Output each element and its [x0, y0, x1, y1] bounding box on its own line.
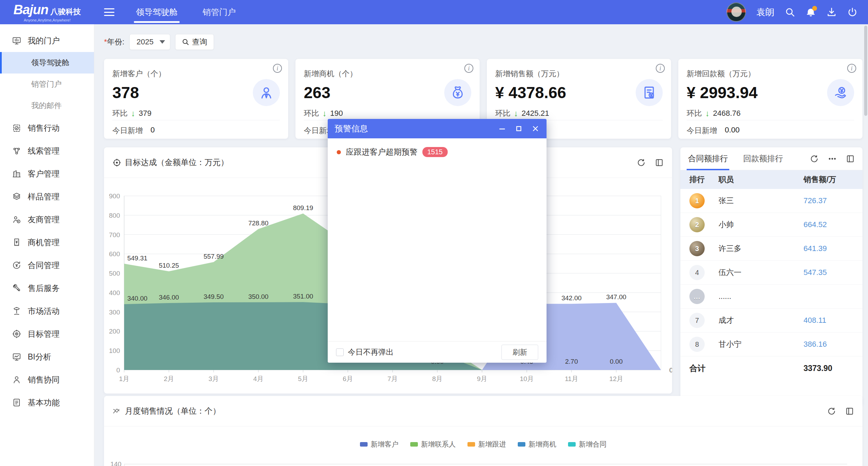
info-icon[interactable]: i	[464, 64, 473, 73]
panel-layout-icon[interactable]	[846, 154, 855, 163]
svg-text:557.99: 557.99	[204, 253, 224, 260]
refresh-icon[interactable]	[827, 407, 836, 416]
kpi-today: 今日新增0.00	[687, 126, 740, 136]
sidebar-item-partners[interactable]: 友商管理	[0, 208, 94, 231]
kpi-card-3: 新增回款额（万元）¥ 2993.94环比↓2468.76今日新增0.00i	[678, 59, 862, 139]
download-icon[interactable]	[826, 7, 837, 17]
sidebar-item-targets[interactable]: 目标管理	[0, 322, 94, 345]
alert-modal-title: 预警信息	[335, 123, 368, 134]
required-mark: *	[104, 37, 107, 46]
refresh-icon[interactable]	[637, 158, 646, 167]
sidebar-item-sales-action[interactable]: 销售行动	[0, 116, 94, 139]
user-name[interactable]: 袁朗	[756, 6, 774, 18]
kpi-card-0: 新增客户（个）378环比↓379今日新增0i	[104, 59, 288, 139]
sidebar-item-customers[interactable]: 客户管理	[0, 162, 94, 185]
leads-icon	[12, 146, 22, 156]
more-options-icon[interactable]	[828, 154, 837, 163]
marketing-icon	[12, 306, 22, 316]
monthly-chart-legend: 新增客户新增联系人新增跟进新增商机新增合同	[104, 440, 862, 449]
minimize-icon[interactable]	[498, 124, 506, 133]
rank-badge: 8	[689, 337, 705, 352]
svg-text:300: 300	[109, 309, 120, 316]
kpi-today: 今日新增0	[112, 126, 155, 136]
rank-badge: 4	[689, 265, 705, 280]
sidebar-item-basic[interactable]: 基本功能	[0, 391, 94, 414]
tab-contract-ranking[interactable]: 合同额排行	[688, 147, 728, 170]
search-icon[interactable]	[785, 7, 795, 17]
ranking-row[interactable]: .........	[680, 285, 862, 309]
collaboration-icon	[12, 375, 22, 385]
bell-icon[interactable]	[806, 7, 816, 17]
svg-text:100: 100	[109, 347, 120, 354]
info-icon[interactable]: i	[656, 64, 665, 73]
alert-count-badge: 1515	[422, 147, 448, 157]
info-icon[interactable]: i	[273, 64, 282, 73]
legend-item[interactable]: 新增客户	[360, 440, 398, 449]
power-icon[interactable]	[847, 7, 858, 17]
sidebar-item-contracts[interactable]: 合同管理	[0, 254, 94, 277]
svg-text:0: 0	[669, 366, 672, 374]
year-select[interactable]: 2025	[129, 34, 170, 50]
ranking-row[interactable]: 4伍六一547.35	[680, 261, 862, 285]
sales-value: 641.39	[803, 244, 862, 253]
ranking-row[interactable]: 1张三726.37	[680, 189, 862, 213]
sidebar-item-collaboration[interactable]: 销售协同	[0, 368, 94, 391]
svg-text:11月: 11月	[565, 375, 578, 382]
sidebar-item-opportunities[interactable]: 商机管理	[0, 231, 94, 254]
rank-badge: 7	[689, 313, 705, 328]
legend-item[interactable]: 新增合同	[568, 440, 607, 449]
alert-item[interactable]: 应跟进客户超期预警 1515	[337, 147, 538, 157]
tab-payment-ranking[interactable]: 回款额排行	[743, 147, 783, 170]
tab-sales-portal[interactable]: 销管门户	[190, 0, 248, 24]
sidebar-item-bi[interactable]: BI分析	[0, 345, 94, 368]
refresh-icon[interactable]	[810, 154, 819, 163]
rank-badge: 1	[689, 193, 705, 208]
tab-leader-cockpit[interactable]: 领导驾驶舱	[123, 0, 190, 24]
dont-show-today-checkbox[interactable]	[336, 348, 344, 356]
portal-icon	[12, 36, 22, 45]
user-avatar[interactable]	[727, 2, 746, 22]
svg-text:400: 400	[109, 289, 120, 296]
maximize-icon[interactable]	[515, 124, 523, 133]
page-scrollbar[interactable]	[864, 26, 867, 116]
sidebar-subitem[interactable]: 领导驾驶舱	[0, 52, 94, 74]
panel-layout-icon[interactable]	[655, 158, 664, 167]
sidebar-item-samples[interactable]: 样品管理	[0, 185, 94, 208]
opportunities-icon	[12, 238, 22, 247]
ranking-row[interactable]: 2小帅664.52	[680, 213, 862, 237]
alert-bullet-icon	[337, 150, 341, 154]
ranking-row[interactable]: 8甘小宁386.16	[680, 333, 862, 356]
hand-coin-icon	[833, 85, 848, 100]
ranking-row[interactable]: 7成才408.11	[680, 309, 862, 333]
panel-layout-icon[interactable]	[845, 407, 854, 416]
legend-item[interactable]: 新增跟进	[467, 440, 506, 449]
sidebar-subitem[interactable]: 我的邮件	[0, 95, 94, 116]
alert-modal-header[interactable]: 预警信息	[328, 119, 547, 138]
info-icon[interactable]: i	[847, 64, 856, 73]
ranking-row[interactable]: 3许三多641.39	[680, 237, 862, 261]
sidebar-item-marketing[interactable]: 市场活动	[0, 300, 94, 322]
svg-text:500: 500	[109, 270, 120, 277]
sidebar-item-after-sales[interactable]: 售后服务	[0, 277, 94, 300]
svg-text:800: 800	[109, 212, 120, 219]
alert-modal-footer: 今日不再弹出 刷新	[328, 341, 547, 363]
gridline	[124, 464, 847, 464]
svg-text:809.19: 809.19	[293, 204, 313, 212]
sidebar-subitem[interactable]: 销管门户	[0, 74, 94, 95]
kpi-ratio: 环比↓379	[112, 108, 280, 119]
refresh-button[interactable]: 刷新	[501, 345, 538, 360]
menu-toggle-icon[interactable]	[104, 8, 114, 16]
legend-item[interactable]: 新增商机	[518, 440, 556, 449]
legend-item[interactable]: 新增联系人	[410, 440, 456, 449]
close-icon[interactable]	[531, 124, 540, 133]
alert-modal-body: 应跟进客户超期预警 1515	[328, 138, 547, 341]
sidebar-item-portal[interactable]: 我的门户	[0, 29, 94, 52]
kpi-title: 新增商机（个）	[304, 69, 471, 79]
employee-name: 张三	[719, 196, 803, 206]
sidebar-item-leads[interactable]: 线索管理	[0, 139, 94, 162]
query-button[interactable]: 查询	[175, 34, 214, 50]
partners-icon	[12, 215, 22, 224]
svg-text:346.00: 346.00	[159, 294, 179, 301]
app-logo[interactable]: Bajun 八骏科技 Anyone,Anytime,Anywhere!	[0, 2, 94, 22]
kpi-ratio: 环比↓190	[304, 108, 471, 119]
